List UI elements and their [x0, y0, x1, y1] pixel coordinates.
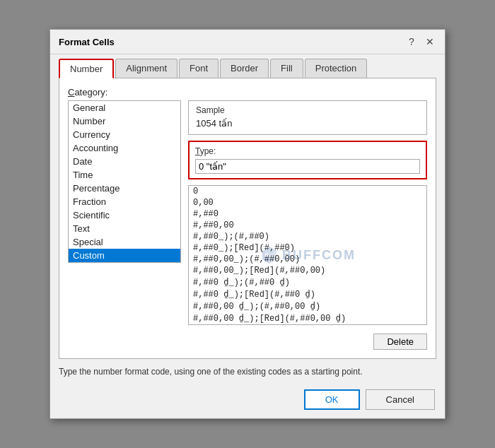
close-button[interactable]: ✕: [424, 35, 436, 48]
format-item-4[interactable]: #,##0_);(#,##0): [189, 231, 426, 242]
sample-value: 1054 tấn: [196, 117, 419, 130]
main-row: General Number Currency Accounting Date …: [68, 100, 427, 350]
title-bar-controls: ? ✕: [405, 35, 436, 48]
title-bar: Format Cells ? ✕: [50, 30, 445, 54]
cancel-button[interactable]: Cancel: [366, 389, 435, 410]
category-item-accounting[interactable]: Accounting: [69, 141, 180, 155]
tab-alignment[interactable]: Alignment: [115, 59, 177, 78]
delete-row: Delete: [188, 334, 427, 350]
right-panel: Sample 1054 tấn Type:: [188, 100, 427, 350]
type-input[interactable]: [195, 159, 420, 174]
tab-bar: Number Alignment Font Border Fill Protec…: [50, 54, 445, 78]
ok-button[interactable]: OK: [304, 389, 360, 410]
category-item-date[interactable]: Date: [69, 155, 180, 168]
footer: OK Cancel: [50, 384, 445, 418]
format-item-7[interactable]: #,##0,00_);[Red](#,##0,00): [189, 265, 426, 276]
category-item-custom[interactable]: Custom: [69, 249, 180, 262]
format-item-3[interactable]: #,##0,00: [189, 220, 426, 231]
tab-content: Category: General Number Currency Accoun…: [59, 78, 436, 359]
tab-fill[interactable]: Fill: [270, 59, 303, 78]
format-item-9[interactable]: #,##0 ḏ_);[Red](#,##0 ḏ): [189, 288, 426, 300]
category-list[interactable]: General Number Currency Accounting Date …: [68, 100, 181, 263]
sample-section: Sample 1054 tấn: [188, 100, 427, 135]
format-list[interactable]: BUFFCOM 0 0,00 #,##0 #,##0,00 #,##0_);(#…: [188, 185, 427, 325]
sample-label: Sample: [196, 105, 419, 115]
format-item-5[interactable]: #,##0_);[Red](#,##0): [189, 242, 426, 254]
category-item-time[interactable]: Time: [69, 168, 180, 182]
category-item-number[interactable]: Number: [69, 114, 180, 128]
category-item-fraction[interactable]: Fraction: [69, 195, 180, 208]
category-item-text[interactable]: Text: [69, 222, 180, 235]
format-item-10[interactable]: #,##0,00 ḏ_);(#,##0,00 ḏ): [189, 300, 426, 312]
format-item-8[interactable]: #,##0 ḏ_);(#,##0 ḏ): [189, 276, 426, 288]
hint-text: Type the number format code, using one o…: [59, 366, 436, 378]
type-section: Type:: [188, 141, 427, 179]
tab-border[interactable]: Border: [220, 59, 269, 78]
format-item-11[interactable]: #,##0,00 ḏ_);[Red](#,##0,00 ḏ): [189, 312, 426, 324]
category-label: Category:: [68, 87, 427, 98]
tab-font[interactable]: Font: [179, 59, 219, 78]
category-item-general[interactable]: General: [69, 101, 180, 114]
format-item-0[interactable]: 0: [189, 186, 426, 197]
delete-button[interactable]: Delete: [373, 334, 427, 350]
tab-protection[interactable]: Protection: [305, 59, 368, 78]
format-cells-dialog: Format Cells ? ✕ Number Alignment Font B…: [50, 29, 446, 419]
category-item-percentage[interactable]: Percentage: [69, 182, 180, 195]
category-item-currency[interactable]: Currency: [69, 128, 180, 141]
format-item-2[interactable]: #,##0: [189, 208, 426, 220]
category-item-special[interactable]: Special: [69, 235, 180, 249]
help-button[interactable]: ?: [405, 35, 418, 48]
type-label: Type:: [195, 146, 420, 156]
format-item-1[interactable]: 0,00: [189, 197, 426, 208]
tab-number[interactable]: Number: [59, 59, 114, 78]
dialog-title: Format Cells: [59, 37, 115, 47]
format-item-6[interactable]: #,##0,00_);(#,##0,00): [189, 254, 426, 265]
category-item-scientific[interactable]: Scientific: [69, 208, 180, 222]
